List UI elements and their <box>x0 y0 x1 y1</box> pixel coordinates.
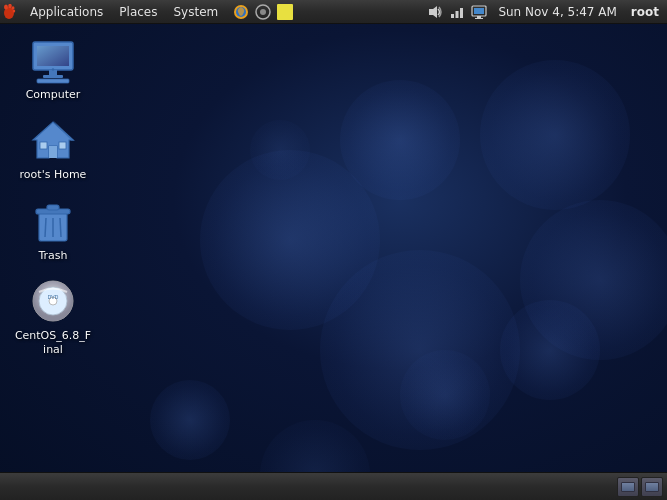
svg-rect-33 <box>47 205 59 210</box>
display-icon[interactable] <box>470 3 488 21</box>
system-menu[interactable]: System <box>165 0 226 24</box>
computer-icon[interactable]: Computer <box>8 30 98 108</box>
svg-rect-14 <box>474 8 484 14</box>
taskbar-right: Sun Nov 4, 5:47 AM root <box>426 3 667 21</box>
network-icon[interactable] <box>254 3 272 21</box>
desktop <box>0 0 667 500</box>
home-icon-image <box>29 116 77 164</box>
svg-rect-29 <box>59 142 66 149</box>
bottom-taskbar <box>0 472 667 500</box>
svg-point-24 <box>52 68 54 70</box>
trash-label: Trash <box>38 249 67 263</box>
desktop-icons: Computer root's Home <box>8 30 98 363</box>
datetime-display: Sun Nov 4, 5:47 AM <box>492 5 622 19</box>
svg-rect-20 <box>37 46 69 66</box>
svg-rect-16 <box>475 18 483 19</box>
svg-marker-9 <box>429 6 437 18</box>
show-desktop-icon <box>621 482 635 492</box>
svg-rect-22 <box>43 75 63 78</box>
applications-menu[interactable]: Applications <box>22 0 111 24</box>
computer-icon-image <box>29 36 77 84</box>
taskbar-left: Applications Places System <box>0 0 426 24</box>
notes-icon[interactable] <box>276 3 294 21</box>
svg-line-34 <box>45 218 46 237</box>
dvd-icon-image: DVD <box>29 277 77 325</box>
svg-rect-21 <box>49 70 57 75</box>
show-windows-icon <box>645 482 659 492</box>
volume-icon[interactable] <box>426 3 444 21</box>
centos-dvd-label: CentOS_6.8_Final <box>14 329 92 358</box>
places-menu[interactable]: Places <box>111 0 165 24</box>
show-desktop-button[interactable] <box>617 477 639 497</box>
taskbar: Applications Places System <box>0 0 667 24</box>
svg-rect-15 <box>477 16 481 18</box>
roots-home-label: root's Home <box>20 168 87 182</box>
svg-point-4 <box>13 9 15 12</box>
svg-rect-10 <box>451 14 454 18</box>
network-tray-icon[interactable] <box>448 3 466 21</box>
svg-line-36 <box>60 218 61 237</box>
gnome-foot-icon[interactable] <box>0 3 18 21</box>
svg-rect-12 <box>460 8 463 18</box>
computer-icon-label: Computer <box>26 88 81 102</box>
username-display: root <box>627 5 659 19</box>
svg-point-8 <box>260 9 266 15</box>
svg-rect-11 <box>456 11 459 18</box>
svg-rect-23 <box>37 79 69 83</box>
show-windows-button[interactable] <box>641 477 663 497</box>
svg-text:DVD: DVD <box>48 294 59 300</box>
trash-icon[interactable]: Trash <box>8 191 98 269</box>
svg-point-3 <box>12 6 15 10</box>
svg-point-2 <box>8 4 12 8</box>
svg-point-1 <box>4 4 8 9</box>
roots-home-icon[interactable]: root's Home <box>8 110 98 188</box>
centos-dvd-icon[interactable]: DVD CentOS_6.8_Final <box>8 271 98 364</box>
trash-icon-image <box>29 197 77 245</box>
svg-rect-28 <box>40 142 47 149</box>
firefox-launcher-icon[interactable] <box>232 3 250 21</box>
svg-rect-27 <box>49 146 57 158</box>
